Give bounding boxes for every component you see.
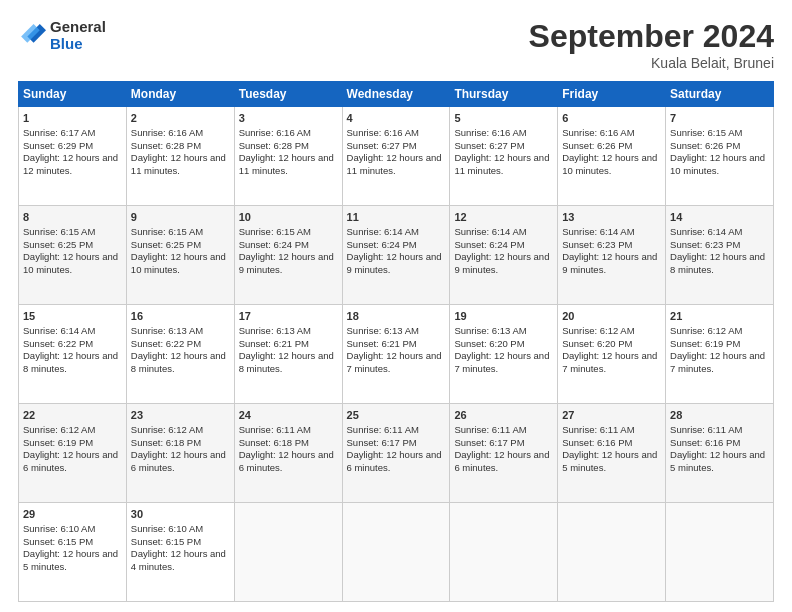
day-cell-22: 22 Sunrise: 6:12 AM Sunset: 6:19 PM Dayl… bbox=[19, 404, 127, 503]
day-cell-19: 19 Sunrise: 6:13 AM Sunset: 6:20 PM Dayl… bbox=[450, 305, 558, 404]
day-number: 29 bbox=[23, 507, 122, 522]
header: General Blue September 2024 Kuala Belait… bbox=[18, 18, 774, 71]
daylight-label: Daylight: 12 hours and 8 minutes. bbox=[131, 350, 226, 374]
sunrise-label: Sunrise: 6:12 AM bbox=[562, 325, 634, 336]
sunset-label: Sunset: 6:28 PM bbox=[131, 140, 201, 151]
col-saturday: Saturday bbox=[666, 82, 774, 107]
col-thursday: Thursday bbox=[450, 82, 558, 107]
sunrise-label: Sunrise: 6:16 AM bbox=[454, 127, 526, 138]
daylight-label: Daylight: 12 hours and 11 minutes. bbox=[131, 152, 226, 176]
sunset-label: Sunset: 6:25 PM bbox=[23, 239, 93, 250]
day-cell-9: 9 Sunrise: 6:15 AM Sunset: 6:25 PM Dayli… bbox=[126, 206, 234, 305]
logo: General Blue bbox=[18, 18, 106, 52]
empty-cell bbox=[666, 503, 774, 602]
sunset-label: Sunset: 6:24 PM bbox=[347, 239, 417, 250]
day-number: 22 bbox=[23, 408, 122, 423]
sunset-label: Sunset: 6:16 PM bbox=[562, 437, 632, 448]
daylight-label: Daylight: 12 hours and 5 minutes. bbox=[562, 449, 657, 473]
sunrise-label: Sunrise: 6:16 AM bbox=[562, 127, 634, 138]
sunset-label: Sunset: 6:15 PM bbox=[23, 536, 93, 547]
day-number: 25 bbox=[347, 408, 446, 423]
sunset-label: Sunset: 6:21 PM bbox=[347, 338, 417, 349]
daylight-label: Daylight: 12 hours and 8 minutes. bbox=[23, 350, 118, 374]
header-row: Sunday Monday Tuesday Wednesday Thursday… bbox=[19, 82, 774, 107]
day-number: 8 bbox=[23, 210, 122, 225]
sunset-label: Sunset: 6:24 PM bbox=[454, 239, 524, 250]
week-row-2: 8 Sunrise: 6:15 AM Sunset: 6:25 PM Dayli… bbox=[19, 206, 774, 305]
day-cell-5: 5 Sunrise: 6:16 AM Sunset: 6:27 PM Dayli… bbox=[450, 107, 558, 206]
sunset-label: Sunset: 6:19 PM bbox=[23, 437, 93, 448]
day-cell-18: 18 Sunrise: 6:13 AM Sunset: 6:21 PM Dayl… bbox=[342, 305, 450, 404]
day-cell-11: 11 Sunrise: 6:14 AM Sunset: 6:24 PM Dayl… bbox=[342, 206, 450, 305]
sunrise-label: Sunrise: 6:14 AM bbox=[454, 226, 526, 237]
sunset-label: Sunset: 6:25 PM bbox=[131, 239, 201, 250]
daylight-label: Daylight: 12 hours and 12 minutes. bbox=[23, 152, 118, 176]
day-cell-3: 3 Sunrise: 6:16 AM Sunset: 6:28 PM Dayli… bbox=[234, 107, 342, 206]
daylight-label: Daylight: 12 hours and 10 minutes. bbox=[131, 251, 226, 275]
sunset-label: Sunset: 6:20 PM bbox=[562, 338, 632, 349]
sunrise-label: Sunrise: 6:14 AM bbox=[23, 325, 95, 336]
logo-line1: General bbox=[50, 18, 106, 35]
sunset-label: Sunset: 6:16 PM bbox=[670, 437, 740, 448]
sunrise-label: Sunrise: 6:14 AM bbox=[562, 226, 634, 237]
day-cell-10: 10 Sunrise: 6:15 AM Sunset: 6:24 PM Dayl… bbox=[234, 206, 342, 305]
day-number: 18 bbox=[347, 309, 446, 324]
sunset-label: Sunset: 6:21 PM bbox=[239, 338, 309, 349]
sunset-label: Sunset: 6:26 PM bbox=[670, 140, 740, 151]
page: General Blue September 2024 Kuala Belait… bbox=[0, 0, 792, 612]
empty-cell bbox=[450, 503, 558, 602]
day-number: 4 bbox=[347, 111, 446, 126]
daylight-label: Daylight: 12 hours and 8 minutes. bbox=[670, 251, 765, 275]
day-cell-8: 8 Sunrise: 6:15 AM Sunset: 6:25 PM Dayli… bbox=[19, 206, 127, 305]
month-year: September 2024 bbox=[529, 18, 774, 55]
daylight-label: Daylight: 12 hours and 7 minutes. bbox=[670, 350, 765, 374]
day-cell-12: 12 Sunrise: 6:14 AM Sunset: 6:24 PM Dayl… bbox=[450, 206, 558, 305]
daylight-label: Daylight: 12 hours and 6 minutes. bbox=[131, 449, 226, 473]
day-number: 20 bbox=[562, 309, 661, 324]
day-cell-28: 28 Sunrise: 6:11 AM Sunset: 6:16 PM Dayl… bbox=[666, 404, 774, 503]
logo-icon bbox=[18, 21, 46, 49]
sunrise-label: Sunrise: 6:15 AM bbox=[239, 226, 311, 237]
daylight-label: Daylight: 12 hours and 4 minutes. bbox=[131, 548, 226, 572]
day-cell-30: 30 Sunrise: 6:10 AM Sunset: 6:15 PM Dayl… bbox=[126, 503, 234, 602]
day-number: 5 bbox=[454, 111, 553, 126]
day-cell-1: 1 Sunrise: 6:17 AM Sunset: 6:29 PM Dayli… bbox=[19, 107, 127, 206]
sunset-label: Sunset: 6:23 PM bbox=[670, 239, 740, 250]
sunrise-label: Sunrise: 6:11 AM bbox=[670, 424, 742, 435]
day-cell-23: 23 Sunrise: 6:12 AM Sunset: 6:18 PM Dayl… bbox=[126, 404, 234, 503]
sunset-label: Sunset: 6:22 PM bbox=[23, 338, 93, 349]
day-number: 14 bbox=[670, 210, 769, 225]
daylight-label: Daylight: 12 hours and 11 minutes. bbox=[454, 152, 549, 176]
daylight-label: Daylight: 12 hours and 7 minutes. bbox=[347, 350, 442, 374]
sunrise-label: Sunrise: 6:17 AM bbox=[23, 127, 95, 138]
day-number: 24 bbox=[239, 408, 338, 423]
day-number: 6 bbox=[562, 111, 661, 126]
daylight-label: Daylight: 12 hours and 8 minutes. bbox=[239, 350, 334, 374]
sunset-label: Sunset: 6:22 PM bbox=[131, 338, 201, 349]
daylight-label: Daylight: 12 hours and 6 minutes. bbox=[347, 449, 442, 473]
week-row-5: 29 Sunrise: 6:10 AM Sunset: 6:15 PM Dayl… bbox=[19, 503, 774, 602]
daylight-label: Daylight: 12 hours and 6 minutes. bbox=[23, 449, 118, 473]
day-cell-2: 2 Sunrise: 6:16 AM Sunset: 6:28 PM Dayli… bbox=[126, 107, 234, 206]
day-number: 27 bbox=[562, 408, 661, 423]
sunrise-label: Sunrise: 6:16 AM bbox=[347, 127, 419, 138]
sunrise-label: Sunrise: 6:10 AM bbox=[23, 523, 95, 534]
day-number: 13 bbox=[562, 210, 661, 225]
sunrise-label: Sunrise: 6:11 AM bbox=[239, 424, 311, 435]
sunset-label: Sunset: 6:27 PM bbox=[347, 140, 417, 151]
col-sunday: Sunday bbox=[19, 82, 127, 107]
daylight-label: Daylight: 12 hours and 7 minutes. bbox=[562, 350, 657, 374]
daylight-label: Daylight: 12 hours and 7 minutes. bbox=[454, 350, 549, 374]
day-number: 12 bbox=[454, 210, 553, 225]
day-number: 11 bbox=[347, 210, 446, 225]
daylight-label: Daylight: 12 hours and 9 minutes. bbox=[454, 251, 549, 275]
day-number: 21 bbox=[670, 309, 769, 324]
sunset-label: Sunset: 6:29 PM bbox=[23, 140, 93, 151]
sunrise-label: Sunrise: 6:15 AM bbox=[131, 226, 203, 237]
sunset-label: Sunset: 6:19 PM bbox=[670, 338, 740, 349]
day-number: 15 bbox=[23, 309, 122, 324]
sunrise-label: Sunrise: 6:13 AM bbox=[454, 325, 526, 336]
day-cell-17: 17 Sunrise: 6:13 AM Sunset: 6:21 PM Dayl… bbox=[234, 305, 342, 404]
sunrise-label: Sunrise: 6:12 AM bbox=[670, 325, 742, 336]
sunset-label: Sunset: 6:17 PM bbox=[347, 437, 417, 448]
